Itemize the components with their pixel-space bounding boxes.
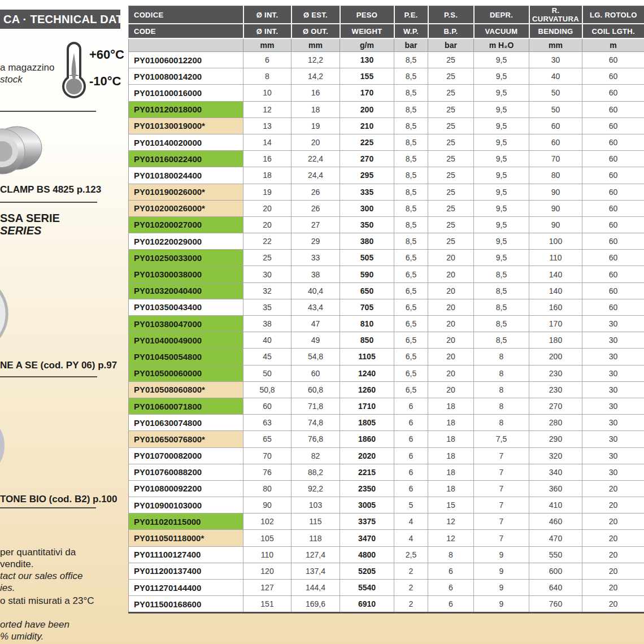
working-pressure-cell: 8,5: [394, 151, 428, 167]
technical-data-table: CODICE Ø INT. Ø EST. PESO P.E. P.S. DEPR…: [128, 6, 644, 613]
burst-pressure-cell: 25: [428, 184, 474, 200]
table-row: PY010190026000* 19 26 335 8,5 25 9,5 90 …: [129, 184, 644, 200]
coil-length-cell: 60: [582, 68, 644, 85]
table-row: PY010508060800* 50,8 60,8 1260 6,5 20 8 …: [129, 381, 644, 398]
outer-diameter-cell: 88,2: [291, 464, 340, 480]
vacuum-cell: 9,5: [474, 68, 529, 85]
vacuum-cell: 8: [474, 349, 529, 365]
weight-cell: 225: [340, 134, 394, 150]
outer-diameter-cell: 18: [291, 101, 340, 118]
product-code-cell: PY010500060000: [129, 365, 243, 381]
working-pressure-cell: 8,5: [394, 200, 428, 216]
table-row: PY011100127400 110 127,4 4800 2,5 8 9 55…: [129, 546, 644, 563]
inner-diameter-cell: 22: [243, 233, 291, 250]
product-code-cell: PY010130019000*: [129, 118, 243, 134]
burst-pressure-cell: 18: [428, 447, 474, 464]
outer-diameter-cell: 118: [291, 530, 340, 546]
weight-cell: 810: [340, 316, 394, 332]
temp-max-label: +60°C: [89, 47, 124, 62]
burst-pressure-cell: 8: [428, 546, 474, 563]
table-row: PY011050118000* 105 118 3470 4 12 7 470 …: [129, 530, 644, 546]
bending-radius-cell: 80: [529, 167, 582, 184]
burst-pressure-cell: 25: [428, 167, 474, 184]
bending-radius-cell: 460: [529, 514, 582, 530]
product-code-cell: PY010900103000: [129, 497, 243, 514]
unit-m-coil: m: [582, 38, 644, 52]
unit-gm: g/m: [340, 38, 394, 52]
outer-diameter-cell: 115: [291, 514, 340, 530]
outer-diameter-cell: 40,4: [291, 282, 340, 299]
table-row: PY010450054800 45 54,8 1105 6,5 20 8 200…: [129, 349, 644, 365]
vacuum-cell: 9: [474, 580, 529, 596]
product-code-cell: PY010220029000: [129, 233, 243, 250]
bending-radius-cell: 140: [529, 282, 582, 299]
working-pressure-cell: 8,5: [394, 118, 428, 134]
working-pressure-cell: 6,5: [394, 299, 428, 315]
bending-radius-cell: 90: [529, 200, 582, 216]
vacuum-cell: 7: [474, 514, 529, 530]
outer-diameter-cell: 43,4: [291, 299, 340, 315]
outer-diameter-cell: 27: [291, 216, 340, 233]
table-row: PY010200027000 20 27 350 8,5 25 9,5 90 6…: [129, 216, 644, 233]
inner-diameter-cell: 20: [243, 216, 291, 233]
unit-bar-bp: bar: [428, 38, 474, 52]
vacuum-cell: 8,5: [474, 332, 529, 349]
table-body: PY010060012200 6 12,2 130 8,5 25 9,5 30 …: [129, 52, 644, 613]
outer-diameter-cell: 137,4: [291, 563, 340, 579]
coil-length-cell: 60: [582, 101, 644, 118]
coil-length-cell: 30: [582, 332, 644, 349]
inner-diameter-cell: 12: [243, 101, 291, 118]
col-header-curvatura: R. CURVATURA: [529, 6, 582, 24]
burst-pressure-cell: 25: [428, 134, 474, 150]
weight-cell: 650: [340, 282, 394, 299]
table-row: PY010220029000 22 29 380 8,5 25 9,5 100 …: [129, 233, 644, 250]
series-label-it: SSA SERIE: [0, 212, 60, 225]
outer-diameter-cell: 60,8: [291, 381, 340, 398]
vacuum-cell: 9: [474, 596, 529, 613]
divider: [0, 111, 96, 112]
burst-pressure-cell: 20: [428, 349, 474, 365]
weight-cell: 6910: [340, 596, 394, 613]
coil-length-cell: 60: [582, 85, 644, 101]
footnote-quantity-line4: ies.: [0, 582, 15, 594]
working-pressure-cell: 6,5: [394, 332, 428, 349]
bending-radius-cell: 200: [529, 349, 582, 365]
bending-radius-cell: 50: [529, 85, 582, 101]
product-code-cell: PY010200027000: [129, 216, 243, 233]
working-pressure-cell: 8,5: [394, 101, 428, 118]
inner-diameter-cell: 25: [243, 250, 291, 266]
col-header-peso: PESO: [340, 6, 394, 24]
inner-diameter-cell: 32: [243, 282, 291, 299]
bending-radius-cell: 340: [529, 464, 582, 480]
inner-diameter-cell: 13: [243, 118, 291, 134]
working-pressure-cell: 6: [394, 447, 428, 464]
product-code-cell: PY010800092200: [129, 480, 243, 497]
outer-diameter-cell: 20: [291, 134, 340, 150]
weight-cell: 1240: [340, 365, 394, 381]
bending-radius-cell: 360: [529, 480, 582, 497]
coil-length-cell: 20: [582, 546, 644, 563]
unit-mm-out: mm: [291, 38, 340, 52]
bio-reference-label: TONE BIO (cod. B2) p.100: [0, 494, 118, 505]
vacuum-cell: 9,5: [474, 216, 529, 233]
col-header-coil: COIL LGTH.: [582, 24, 644, 38]
col-header-est-it: Ø EST.: [291, 6, 340, 24]
footnote-reported-line2: % umidity.: [0, 630, 43, 642]
weight-cell: 5205: [340, 563, 394, 579]
product-code-cell: PY010180024400: [129, 167, 243, 184]
table-row: PY010250033000 25 33 505 6,5 20 9,5 110 …: [129, 250, 644, 266]
catalog-page: CA · TECHNICAL DATA +60°C -10°C a magazz…: [0, 0, 644, 644]
vacuum-cell: 8,5: [474, 299, 529, 315]
outer-diameter-cell: 49: [291, 332, 340, 349]
footnote-quantity-line2: vendite.: [0, 558, 34, 570]
temp-min-label: -10°C: [89, 74, 121, 89]
burst-pressure-cell: 25: [428, 216, 474, 233]
burst-pressure-cell: 18: [428, 415, 474, 431]
product-code-cell: PY011200137400: [129, 563, 243, 579]
vacuum-cell: 9,5: [474, 233, 529, 250]
product-code-cell: PY010100016000: [129, 85, 243, 101]
burst-pressure-cell: 6: [428, 563, 474, 579]
weight-cell: 3470: [340, 530, 394, 546]
product-code-cell: PY010200026000*: [129, 200, 243, 216]
table-row: PY010760088200 76 88,2 2215 6 18 7 340 3…: [129, 464, 644, 480]
